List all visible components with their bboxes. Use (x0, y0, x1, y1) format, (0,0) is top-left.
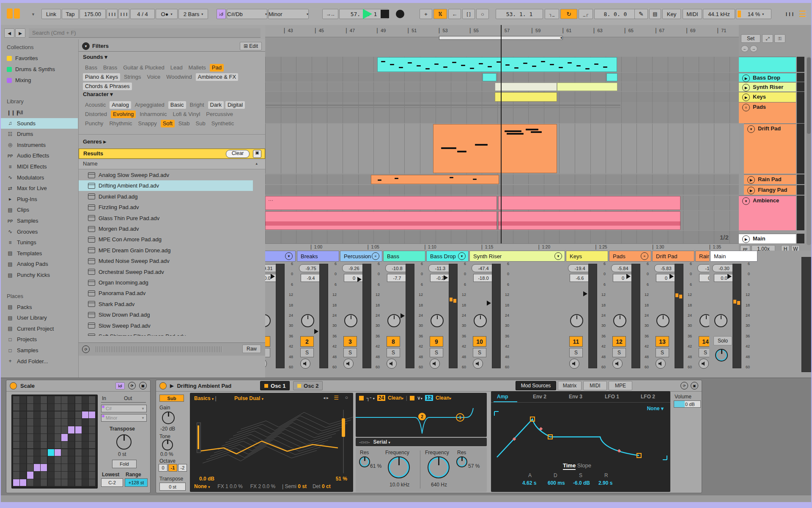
filters-collapse-icon[interactable]: ▼ (82, 42, 90, 50)
fold-button[interactable]: Fold (112, 460, 137, 468)
track-number-button[interactable]: 12 (612, 336, 626, 347)
search-input[interactable]: Search (Cmd + F) (29, 28, 261, 38)
sidebar-item-favorites[interactable]: Favorites (1, 53, 78, 64)
track-header-ambience[interactable]: ▼Ambience (739, 196, 796, 230)
sub-button[interactable]: Sub (159, 395, 184, 402)
filter2-slope[interactable]: 12 (425, 395, 433, 401)
scale-grid-cell[interactable] (13, 479, 19, 486)
track-header-bass-drop[interactable]: ▶Bass Drop (739, 73, 796, 82)
scale-grid-cell[interactable] (75, 396, 82, 403)
save-search-icon[interactable]: ▣ (253, 150, 261, 158)
tab-mod-sources[interactable]: Mod Sources (516, 381, 556, 390)
scale-grid-cell[interactable] (55, 404, 61, 411)
adsr-value-a[interactable]: 4.62 s (522, 480, 536, 486)
pan-knob[interactable] (570, 314, 583, 327)
pan-knob[interactable] (265, 314, 271, 327)
fader-handle[interactable] (357, 277, 362, 282)
fader-handle[interactable] (669, 274, 674, 279)
sidebar-item-projects[interactable]: □Projects (1, 334, 78, 345)
adsr-value-r[interactable]: 2.90 s (598, 480, 612, 486)
scale-grid-cell[interactable] (75, 472, 82, 479)
pan-knob[interactable] (474, 314, 487, 327)
scale-grid-cell[interactable] (34, 456, 40, 464)
filter2-toggle[interactable] (410, 396, 414, 400)
scale-grid-cell[interactable] (41, 411, 47, 419)
lowest-value[interactable]: C-2 (101, 478, 123, 487)
scale-grid-cell[interactable] (68, 456, 74, 464)
octave-button-0[interactable]: 0 (159, 464, 167, 472)
filter-tag-lofi-vinyl[interactable]: Lofi & Vinyl (170, 110, 202, 118)
filter2-circuit[interactable]: Clean▾ (436, 395, 451, 401)
pan-knob[interactable] (613, 314, 626, 327)
scale-grid-cell[interactable] (41, 426, 47, 433)
play-button[interactable] (363, 9, 372, 19)
scale-grid-cell[interactable] (13, 449, 19, 456)
mixer-track-title[interactable]: Drift Pad (652, 251, 694, 262)
scale-grid-cell[interactable] (61, 419, 68, 426)
osc2-led[interactable] (297, 384, 301, 388)
filter1-freq-knob[interactable] (388, 456, 410, 478)
scale-grid-cell[interactable] (55, 472, 61, 479)
scale-grid-cell[interactable] (48, 472, 54, 479)
osc1-led[interactable] (264, 384, 268, 388)
track-number-button[interactable]: 3 (343, 336, 357, 347)
scale-grid-cell[interactable] (68, 426, 74, 433)
routing-value[interactable]: Serial ▾ (373, 439, 390, 445)
wavetable-prev-icon[interactable]: ◂ ▸ (323, 395, 329, 400)
solo-button[interactable]: S (612, 348, 626, 357)
scale-grid-cell[interactable] (20, 404, 26, 411)
track-play-icon[interactable]: ▶ (742, 94, 750, 101)
fader-handle[interactable] (626, 274, 631, 279)
time-signature-field[interactable]: 4 / 4 (130, 9, 155, 19)
filter-tag-bright[interactable]: Bright (188, 101, 206, 109)
scale-grid-cell[interactable] (82, 472, 88, 479)
fader-handle[interactable] (487, 301, 491, 306)
scale-grid-cell[interactable] (75, 479, 82, 486)
scale-grid-cell[interactable] (41, 449, 47, 456)
volume-value[interactable]: -5.0 dB (674, 400, 701, 408)
results-name-header[interactable]: Name▴ (79, 160, 265, 169)
env-tab-lfo-[interactable]: LFO 1 (605, 394, 619, 400)
overview-toggle-button[interactable]: ❙❙❙ (784, 9, 795, 19)
pan-knob[interactable] (714, 314, 727, 327)
scale-grid-cell[interactable] (89, 404, 95, 411)
sidebar-item-sounds[interactable]: ♫Sounds (1, 118, 78, 129)
save-preset-icon[interactable]: ▣ (139, 382, 147, 389)
capture-midi-button[interactable]: ○ (476, 9, 489, 19)
osc-fx-mode[interactable]: None ▾ (194, 483, 210, 489)
scale-grid-cell[interactable] (48, 404, 54, 411)
scale-grid-cell[interactable] (75, 411, 82, 419)
filter-tag-mallets[interactable]: Mallets (187, 64, 208, 72)
vertical-scrollbar[interactable] (807, 57, 811, 245)
filter-tag-punchy[interactable]: Punchy (83, 120, 105, 127)
track-play-icon[interactable]: ▶ (747, 187, 755, 194)
fader-handle[interactable] (271, 274, 275, 279)
track-number-button[interactable]: 2 (300, 336, 314, 347)
result-item[interactable]: MPE Dream Grain Drone.adg (79, 245, 253, 256)
unfold-device-icon[interactable]: ▶ (170, 383, 173, 389)
transpose-value[interactable]: 0 st (159, 483, 186, 491)
scroll-left-icon[interactable]: ← (741, 45, 749, 52)
menu-button[interactable]: ☰ (797, 9, 809, 19)
scale-grid-cell[interactable] (89, 472, 95, 479)
hot-swap-icon[interactable]: ⟳ (680, 382, 688, 389)
scale-grid-cell[interactable] (55, 456, 61, 464)
tempo-field[interactable]: 175.00 (80, 9, 106, 19)
scale-grid-cell[interactable] (48, 426, 54, 433)
punch-in-button[interactable]: ┐_ (545, 9, 559, 19)
scale-name-dropdown[interactable]: Minor▼ (101, 414, 147, 422)
beat-time-ruler[interactable]: ▏43▏45▏47▏49▏51▏53▏55▏57▏59▏61▏63▏65▏67▏… (265, 25, 739, 37)
scale-grid-cell[interactable] (55, 442, 61, 449)
wavetable-name-selector[interactable]: Pulse Dual ▾ (234, 395, 263, 401)
solo-button[interactable]: S (430, 348, 443, 357)
result-item[interactable]: Panorama Pad.adv (79, 288, 253, 298)
scale-grid-cell[interactable] (82, 419, 88, 426)
filter-tag-basic[interactable]: Basic (168, 101, 186, 109)
slope-toggle[interactable]: Slope (577, 462, 591, 469)
pan-knob[interactable] (700, 314, 709, 327)
capture-brackets-button[interactable]: [ ] (462, 9, 475, 19)
scale-grid-cell[interactable] (61, 456, 68, 464)
scale-grid-cell[interactable] (61, 434, 68, 441)
loop-start-field[interactable]: 53. 1. 1 (496, 9, 543, 19)
result-item[interactable]: Morgen Pad.adv (79, 224, 253, 234)
